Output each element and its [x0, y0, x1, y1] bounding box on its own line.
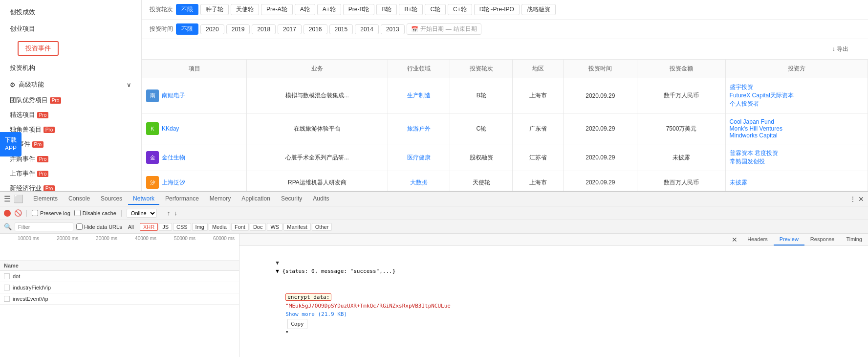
request-item-industry[interactable]: industryFieldVip	[0, 282, 239, 293]
request-checkbox-industry[interactable]	[4, 285, 10, 290]
filter-type-manifest[interactable]: Manifest	[283, 223, 311, 231]
investor-link[interactable]: Monk's Hill Ventures	[730, 125, 782, 132]
round-btn-seed[interactable]: 种子轮	[200, 4, 229, 15]
time-btn-2017[interactable]: 2017	[278, 24, 302, 34]
tab-elements[interactable]: Elements	[28, 193, 63, 205]
time-btn-2019[interactable]: 2019	[226, 24, 250, 34]
filter-type-xhr[interactable]: XHR	[140, 223, 158, 231]
show-more-button[interactable]: Show more (21.9 KB)	[285, 311, 347, 317]
investor-link[interactable]: 未披露	[730, 179, 747, 186]
company-link[interactable]: 金仕生物	[162, 154, 185, 162]
sidebar-sub-featured[interactable]: 精选项目 Pro	[0, 108, 141, 122]
preview-tab-timing[interactable]: Timing	[840, 234, 868, 245]
tab-performance[interactable]: Performance	[160, 193, 204, 205]
filter-type-other[interactable]: Other	[312, 223, 332, 231]
copy-button[interactable]: Copy	[287, 319, 307, 330]
preserve-log-input[interactable]	[32, 210, 38, 216]
round-btn-a[interactable]: A轮	[295, 4, 315, 15]
request-item-invest[interactable]: investEventVip	[0, 293, 239, 305]
filter-type-media[interactable]: Media	[209, 223, 230, 231]
company-link[interactable]: KKday	[162, 125, 179, 132]
cell-industry[interactable]: 医疗健康	[388, 144, 450, 171]
cell-industry[interactable]: 生产制造	[388, 78, 450, 113]
preserve-log-checkbox[interactable]: Preserve log	[32, 210, 70, 216]
filter-type-ws[interactable]: WS	[267, 223, 282, 231]
industry-link[interactable]: 医疗健康	[407, 154, 431, 161]
all-filter-btn[interactable]: All	[125, 223, 137, 230]
tab-console[interactable]: Console	[64, 193, 95, 205]
preview-tab-headers[interactable]: Headers	[741, 234, 774, 245]
preview-tab-preview[interactable]: Preview	[774, 234, 804, 245]
round-btn-b[interactable]: B轮	[376, 4, 397, 15]
devtools-inspect-icon[interactable]: ⬜	[14, 194, 23, 203]
tab-security[interactable]: Security	[276, 193, 307, 205]
round-btn-prea[interactable]: Pre-A轮	[261, 4, 293, 15]
record-button[interactable]	[4, 210, 11, 217]
disable-cache-input[interactable]	[74, 210, 81, 216]
clear-log-button[interactable]: 🚫	[15, 210, 22, 217]
round-btn-unlimited[interactable]: 不限	[176, 4, 198, 15]
request-checkbox-dot[interactable]	[4, 273, 10, 279]
investor-link[interactable]: 个人投资者	[730, 100, 759, 107]
industry-link[interactable]: 大数据	[410, 179, 428, 186]
preview-close-btn[interactable]: ✕	[732, 236, 738, 244]
round-btn-c[interactable]: C轮	[425, 4, 446, 15]
export-button[interactable]: ↓ 导出	[828, 43, 852, 55]
date-range-picker[interactable]: 📅 开始日期 — 结束日期	[407, 23, 481, 35]
investor-link[interactable]: Mindworks Capital	[730, 132, 778, 139]
tab-application[interactable]: Application	[237, 193, 275, 205]
hide-data-urls-input[interactable]	[76, 223, 83, 230]
investor-link[interactable]: 常熟国发创投	[730, 158, 765, 165]
filter-icon[interactable]: 🔍	[4, 223, 12, 230]
filter-type-js[interactable]: JS	[159, 223, 172, 231]
devtools-close-icon[interactable]: ✕	[858, 195, 864, 203]
investor-link[interactable]: 盛宇投资	[730, 84, 753, 90]
cell-industry[interactable]: 旅游户外	[388, 113, 450, 144]
preview-tab-response[interactable]: Response	[804, 234, 841, 245]
investor-link[interactable]: 普霖资本 君度投资	[730, 150, 778, 156]
company-link[interactable]: 南鲲电子	[162, 91, 185, 100]
time-btn-2016[interactable]: 2016	[304, 24, 327, 34]
sidebar-item-chuangtou[interactable]: 创投成效	[0, 4, 141, 21]
request-item-dot[interactable]: dot	[0, 271, 239, 282]
time-btn-unlimited[interactable]: 不限	[176, 23, 198, 35]
sidebar-sub-ipo[interactable]: 上市事件 Pro	[0, 166, 141, 181]
round-btn-d-ipo[interactable]: D轮~Pre-IPO	[474, 4, 520, 15]
cell-industry[interactable]: 大数据	[388, 171, 450, 191]
download-icon[interactable]: ↓	[174, 209, 177, 217]
upload-icon[interactable]: ↑	[167, 209, 171, 217]
devtools-toggle-icon[interactable]: ☰	[4, 194, 11, 203]
filter-type-css[interactable]: CSS	[173, 223, 191, 231]
request-checkbox-invest[interactable]	[4, 296, 10, 302]
investor-link[interactable]: FutureX Capital天际资本	[730, 92, 794, 99]
filter-type-img[interactable]: Img	[192, 223, 208, 231]
round-btn-cplus[interactable]: C+轮	[448, 4, 472, 15]
filter-type-doc[interactable]: Doc	[250, 223, 266, 231]
disable-cache-checkbox[interactable]: Disable cache	[74, 210, 116, 216]
sidebar-item-touzijigou[interactable]: 投资机构	[0, 60, 141, 76]
time-btn-2015[interactable]: 2015	[329, 24, 353, 34]
hide-data-urls-checkbox[interactable]: Hide data URLs	[76, 223, 122, 230]
round-btn-preb[interactable]: Pre-B轮	[343, 4, 375, 15]
time-btn-2020[interactable]: 2020	[200, 24, 224, 34]
time-btn-2018[interactable]: 2018	[252, 24, 276, 34]
online-select[interactable]: Online	[127, 209, 157, 218]
round-btn-angel[interactable]: 天使轮	[231, 4, 259, 15]
round-btn-aplus[interactable]: A+轮	[317, 4, 341, 15]
tab-memory[interactable]: Memory	[205, 193, 236, 205]
json-expand-icon[interactable]: ▼	[276, 260, 279, 266]
download-app-button[interactable]: 下载APP	[0, 132, 22, 156]
industry-link[interactable]: 生产制造	[407, 92, 431, 99]
filter-type-font[interactable]: Font	[231, 223, 249, 231]
tab-network[interactable]: Network	[128, 193, 159, 205]
network-filter-input[interactable]	[15, 223, 73, 231]
round-btn-strategic[interactable]: 战略融资	[521, 4, 556, 15]
tab-sources[interactable]: Sources	[96, 193, 127, 205]
investor-link[interactable]: Cool Japan Fund	[730, 118, 774, 125]
time-btn-2013[interactable]: 2013	[381, 24, 405, 34]
industry-link[interactable]: 旅游户外	[407, 125, 431, 132]
sidebar-item-touzishijian[interactable]: 投资事件	[18, 41, 59, 56]
sidebar-advanced-group[interactable]: ⚙ 高级功能 ∨	[0, 76, 141, 93]
time-btn-2014[interactable]: 2014	[355, 24, 379, 34]
company-link[interactable]: 上海泛汐	[162, 178, 185, 187]
